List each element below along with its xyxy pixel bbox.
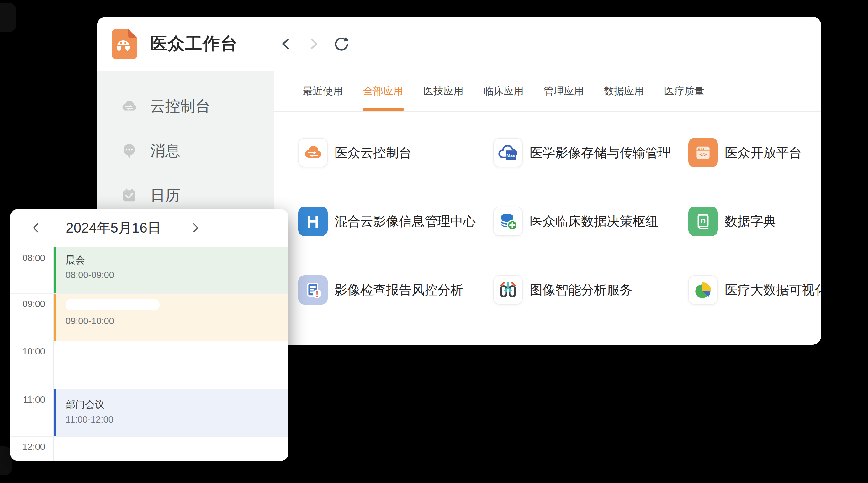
tab-label: 医疗质量 xyxy=(664,84,704,98)
lungs-analysis-icon xyxy=(493,275,523,305)
app-name: 医众云控制台 xyxy=(335,144,412,161)
code-glyph: </> xyxy=(699,152,707,157)
data-dictionary-book-icon: D xyxy=(688,206,718,236)
sidebar-item-messages[interactable]: 消息 xyxy=(97,129,274,173)
forward-button chevron-right-icon[interactable] xyxy=(305,36,321,52)
app-name: 影像检查报告风控分析 xyxy=(335,282,463,299)
window-header: 医众工作台 xyxy=(97,17,821,71)
app-grid: 医众云控制台 Mas 医学影像存储与传输管理 xyxy=(274,112,821,344)
hour-gridline xyxy=(10,436,288,437)
clinical-database-plus-icon xyxy=(493,206,523,236)
app-name: 医众临床数据决策枢纽 xyxy=(530,213,658,230)
mas-glyph: Mas xyxy=(506,153,515,158)
time-label: 08:00 xyxy=(11,253,45,263)
calendar-header: 2024年5月16日 xyxy=(10,209,288,247)
tab-label: 全部应用 xyxy=(363,84,403,98)
calendar-check-icon xyxy=(121,187,138,204)
calendar-event-morning-meeting[interactable]: 晨会 08:00-09:00 xyxy=(54,247,288,293)
pie-chart-icon xyxy=(688,275,718,305)
app-cloud-console[interactable]: 医众云控制台 xyxy=(298,138,493,167)
tab-label: 临床应用 xyxy=(484,84,524,98)
content-area: 最近使用 全部应用 医技应用 临床应用 管理应用 数据应用 医疗质量 xyxy=(274,71,821,345)
tab-medtech-apps[interactable]: 医技应用 xyxy=(423,71,463,111)
time-label: 12:00 xyxy=(11,442,45,452)
calendar-prev-button chevron-left-icon[interactable] xyxy=(28,220,44,236)
exclamation-glyph: ! xyxy=(316,289,319,299)
time-label: 10:00 xyxy=(11,346,45,357)
orange-cloud-settings-icon xyxy=(298,138,328,167)
sidebar-item-label: 日历 xyxy=(150,185,180,205)
d-glyph: D xyxy=(701,217,706,225)
sidebar-item-label: 云控制台 xyxy=(150,96,210,116)
report-risk-alert-icon: ! xyxy=(298,275,328,305)
tab-management-apps[interactable]: 管理应用 xyxy=(544,71,584,111)
hybrid-cloud-h-icon: H xyxy=(298,206,328,236)
tab-label: 数据应用 xyxy=(604,84,644,98)
app-name: 医学影像存储与传输管理 xyxy=(530,144,671,161)
tab-clinical-apps[interactable]: 临床应用 xyxy=(484,71,524,111)
half-hour-gridline xyxy=(10,365,288,365)
app-category-tabs: 最近使用 全部应用 医技应用 临床应用 管理应用 数据应用 医疗质量 xyxy=(274,71,821,112)
app-big-data-visualization[interactable]: 医疗大数据可视化 xyxy=(688,275,821,305)
app-hybrid-cloud-imaging[interactable]: H 混合云影像信息管理中心 xyxy=(298,206,493,236)
cloud-settings-icon xyxy=(121,98,138,115)
app-title: 医众工作台 xyxy=(150,32,238,55)
background-window-remnant-top xyxy=(0,3,16,32)
event-title: 部门会议 xyxy=(66,398,288,411)
app-image-storage-transfer[interactable]: Mas 医学影像存储与传输管理 xyxy=(493,138,688,167)
sidebar-item-cloud-console[interactable]: 云控制台 xyxy=(97,84,274,129)
browser-nav xyxy=(278,17,348,71)
back-button chevron-left-icon[interactable] xyxy=(278,36,294,52)
app-name: 图像智能分析服务 xyxy=(530,282,632,299)
app-image-ai-analysis[interactable]: 图像智能分析服务 xyxy=(493,275,688,305)
calendar-event-department-meeting[interactable]: 部门会议 11:00-12:00 xyxy=(54,389,288,436)
cloud-storage-icon: Mas xyxy=(493,138,523,167)
tab-label: 医技应用 xyxy=(423,84,463,98)
sidebar-item-label: 消息 xyxy=(150,141,180,161)
tab-recently-used[interactable]: 最近使用 xyxy=(303,71,343,111)
app-logo ghost-document-icon xyxy=(108,27,141,61)
tab-label: 管理应用 xyxy=(544,84,584,98)
app-report-risk-analysis[interactable]: ! 影像检查报告风控分析 xyxy=(298,275,493,305)
app-name: 医众开放平台 xyxy=(725,144,802,161)
open-platform-code-icon: </> xyxy=(688,138,718,167)
tab-label: 最近使用 xyxy=(303,84,343,98)
app-name: 医疗大数据可视化 xyxy=(725,282,821,299)
calendar-day-view: 08:00 09:00 10:00 11:00 12:00 晨会 08:00-0… xyxy=(10,247,288,461)
chat-bubble-icon xyxy=(121,142,138,159)
app-name: 混合云影像信息管理中心 xyxy=(335,213,476,230)
calendar-event-redacted[interactable]: 09:00-10:00 xyxy=(54,294,288,341)
h-glyph: H xyxy=(307,211,319,232)
calendar-next-button chevron-right-icon[interactable] xyxy=(187,220,203,236)
hour-gridline xyxy=(10,341,288,341)
calendar-panel: 2024年5月16日 08:00 09:00 10:00 11:00 12:00… xyxy=(10,209,288,461)
event-title: 晨会 xyxy=(66,254,288,267)
event-time: 11:00-12:00 xyxy=(66,414,288,425)
app-open-platform[interactable]: </> 医众开放平台 xyxy=(688,138,821,167)
calendar-date: 2024年5月16日 xyxy=(51,209,176,247)
app-clinical-data-hub[interactable]: 医众临床数据决策枢纽 xyxy=(493,206,688,236)
event-time: 08:00-09:00 xyxy=(66,270,288,280)
time-label: 11:00 xyxy=(11,395,45,405)
time-label: 09:00 xyxy=(11,299,45,309)
tab-data-apps[interactable]: 数据应用 xyxy=(604,71,644,111)
redacted-event-title xyxy=(66,299,160,310)
tab-all-apps[interactable]: 全部应用 xyxy=(363,71,403,111)
tab-medical-quality[interactable]: 医疗质量 xyxy=(664,71,704,111)
event-time: 09:00-10:00 xyxy=(66,316,288,326)
refresh-button refresh-icon[interactable] xyxy=(332,36,348,52)
app-data-dictionary[interactable]: D 数据字典 xyxy=(688,206,821,236)
app-name: 数据字典 xyxy=(725,213,776,230)
time-gutter: 08:00 09:00 10:00 11:00 12:00 xyxy=(10,247,54,461)
